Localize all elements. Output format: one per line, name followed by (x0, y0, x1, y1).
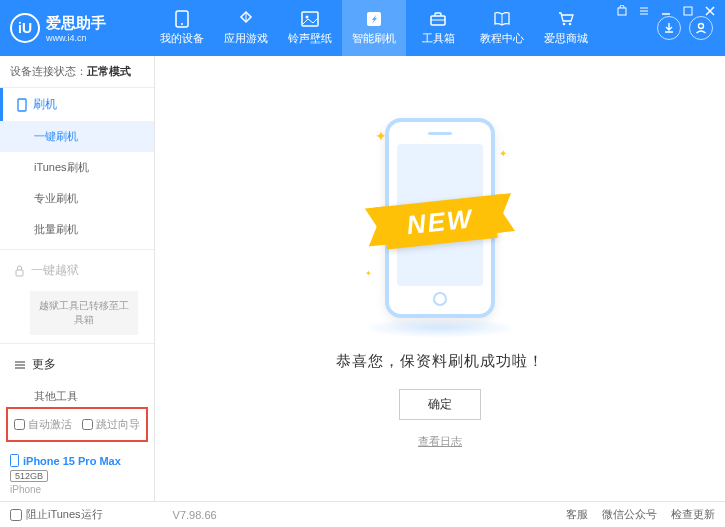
svg-rect-25 (11, 455, 19, 467)
device-type: iPhone (10, 484, 144, 495)
footer: 阻止iTunes运行 V7.98.66 客服 微信公众号 检查更新 (0, 501, 725, 527)
device-storage: 512GB (10, 470, 48, 482)
nav-ringtones[interactable]: 铃声壁纸 (278, 0, 342, 56)
image-icon (300, 10, 320, 28)
main-content: ✦ ✦ ✦ NEW 恭喜您，保资料刷机成功啦！ 确定 查看日志 (155, 56, 725, 501)
version-label: V7.98.66 (173, 509, 217, 521)
app-url: www.i4.cn (46, 33, 106, 43)
apps-icon (236, 10, 256, 28)
checkbox-auto-activate[interactable]: 自动激活 (14, 417, 72, 432)
flash-icon (364, 10, 384, 28)
nav-smart-flash[interactable]: 智能刷机 (342, 0, 406, 56)
svg-point-18 (569, 23, 572, 26)
view-log-link[interactable]: 查看日志 (418, 434, 462, 449)
svg-rect-5 (684, 7, 692, 15)
device-icon (10, 454, 19, 467)
menu-icon[interactable] (637, 4, 651, 18)
nav-store[interactable]: 爱思商城 (534, 0, 598, 56)
nav-toolbox[interactable]: 工具箱 (406, 0, 470, 56)
phone-icon (172, 10, 192, 28)
sidebar-item-batch-flash[interactable]: 批量刷机 (0, 214, 154, 245)
svg-rect-20 (18, 99, 26, 111)
lock-icon (14, 265, 25, 277)
sidebar-group-jailbreak[interactable]: 一键越狱 (0, 254, 154, 287)
cart-icon (556, 10, 576, 28)
more-icon (14, 360, 26, 370)
nav-tutorials[interactable]: 教程中心 (470, 0, 534, 56)
checkbox-skip-setup[interactable]: 跳过向导 (82, 417, 140, 432)
sidebar-group-flash[interactable]: 刷机 (0, 88, 154, 121)
device-name[interactable]: iPhone 15 Pro Max (10, 454, 144, 467)
main-nav: 我的设备 应用游戏 铃声壁纸 智能刷机 工具箱 教程中心 爱思商城 (150, 0, 645, 56)
toolbox-icon (428, 10, 448, 28)
sidebar-item-itunes-flash[interactable]: iTunes刷机 (0, 152, 154, 183)
success-illustration: ✦ ✦ ✦ NEW (365, 108, 515, 328)
user-button[interactable] (689, 16, 713, 40)
sidebar: 设备连接状态：正常模式 刷机 一键刷机 iTunes刷机 专业刷机 批量刷机 一… (0, 56, 155, 501)
logo-area: iU 爱思助手 www.i4.cn (0, 13, 150, 43)
logo-icon: iU (10, 13, 40, 43)
svg-point-17 (563, 23, 566, 26)
svg-rect-11 (302, 12, 318, 26)
ok-button[interactable]: 确定 (399, 389, 481, 420)
connection-status: 设备连接状态：正常模式 (0, 56, 154, 88)
sidebar-item-oneclick-flash[interactable]: 一键刷机 (0, 121, 154, 152)
device-info: iPhone 15 Pro Max 512GB iPhone (0, 448, 154, 501)
sidebar-item-other-tools[interactable]: 其他工具 (0, 381, 154, 401)
success-message: 恭喜您，保资料刷机成功啦！ (336, 352, 544, 371)
close-icon[interactable] (703, 4, 717, 18)
nav-apps-games[interactable]: 应用游戏 (214, 0, 278, 56)
svg-point-12 (306, 16, 309, 19)
phone-small-icon (17, 98, 27, 112)
svg-rect-0 (618, 8, 626, 15)
footer-wechat[interactable]: 微信公众号 (602, 507, 657, 522)
app-name: 爱思助手 (46, 14, 106, 33)
sidebar-group-more[interactable]: 更多 (0, 348, 154, 381)
svg-point-9 (181, 23, 183, 25)
maximize-icon[interactable] (681, 4, 695, 18)
header-right (645, 16, 725, 40)
download-button[interactable] (657, 16, 681, 40)
footer-support[interactable]: 客服 (566, 507, 588, 522)
nav-my-device[interactable]: 我的设备 (150, 0, 214, 56)
svg-point-19 (699, 24, 704, 29)
options-highlight-box: 自动激活 跳过向导 (6, 407, 148, 442)
book-icon (492, 10, 512, 28)
jailbreak-moved-note: 越狱工具已转移至工具箱 (30, 291, 138, 335)
footer-check-update[interactable]: 检查更新 (671, 507, 715, 522)
minimize-icon[interactable] (659, 4, 673, 18)
sidebar-item-pro-flash[interactable]: 专业刷机 (0, 183, 154, 214)
svg-rect-21 (16, 270, 23, 276)
shopping-icon[interactable] (615, 4, 629, 18)
checkbox-block-itunes[interactable]: 阻止iTunes运行 (10, 507, 103, 522)
